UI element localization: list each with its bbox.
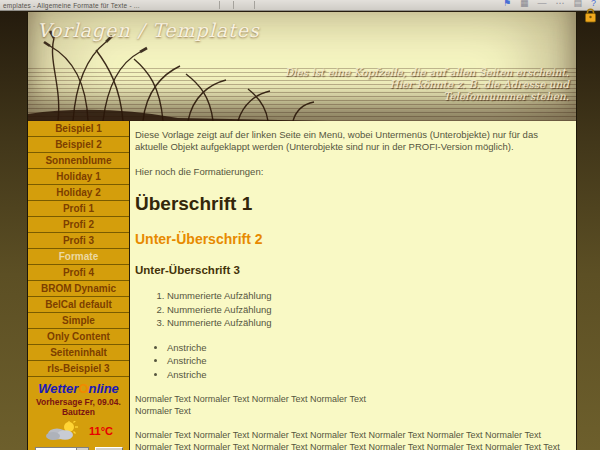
bullet-list-item: Anstriche <box>167 341 566 355</box>
screenshot-root: { "browser": { "tab_title": "emplates - … <box>0 0 600 450</box>
tab-divider <box>219 1 220 9</box>
sidebar-item-only-content[interactable]: Only Content <box>28 329 129 345</box>
website-template: Vorlagen / Templates Dies ist eine Kopfz… <box>27 12 577 450</box>
numbered-list-item: Nummerierte Aufzählung <box>167 303 566 317</box>
wetteronline-logo[interactable]: WetterOnline <box>28 382 129 395</box>
bullet-list: Anstriche Anstriche Anstriche <box>135 341 566 382</box>
sidebar-item-beispiel-1[interactable]: Beispiel 1 <box>28 121 129 137</box>
bookmark-flag-icon[interactable]: ⚑ <box>503 0 511 9</box>
sidebar-item-profi-3[interactable]: Profi 3 <box>28 233 129 249</box>
browser-tab-title[interactable]: emplates - Allgemeine Formate für Texte … <box>3 0 140 10</box>
browser-bar: emplates - Allgemeine Formate für Texte … <box>0 0 600 11</box>
minimize-icon[interactable]: — <box>537 0 546 9</box>
numbered-list: Nummerierte Aufzählung Nummerierte Aufzä… <box>135 289 566 330</box>
sidebar-item-formate[interactable]: Formate <box>28 249 129 265</box>
logo-text-wetter: Wetter <box>38 381 78 396</box>
sidebar-item-belcal-default[interactable]: BelCal default <box>28 297 129 313</box>
forecast-date-label: Vorhersage Fr, 09.04. <box>28 397 129 407</box>
sun-o-icon: O <box>78 381 88 396</box>
intro-paragraph: Diese Vorlage zeigt auf der linken Seite… <box>135 129 566 153</box>
bullet-list-item: Anstriche <box>167 354 566 368</box>
sidebar-item-profi-2[interactable]: Profi 2 <box>28 217 129 233</box>
normal-text-line: Normaler Text <box>135 406 566 418</box>
bullet-list-item: Anstriche <box>167 368 566 382</box>
tagline-line: Dies ist eine Kopfzeile, die auf allen S… <box>285 66 569 78</box>
sidebar-item-brom-dynamic[interactable]: BROM Dynamic <box>28 281 129 297</box>
page-background: Vorlagen / Templates Dies ist eine Kopfz… <box>0 11 600 450</box>
lock-icon[interactable] <box>584 8 597 23</box>
weather-widget: WetterOnline Vorhersage Fr, 09.04. Bautz… <box>28 377 129 450</box>
header-image: Vorlagen / Templates Dies ist eine Kopfz… <box>28 12 576 121</box>
tab-divider <box>233 1 234 9</box>
tagline-line: Telefonnummer stehen. <box>285 90 569 102</box>
normal-text-long-paragraph: Normaler Text Normaler Text Normaler Tex… <box>135 430 566 450</box>
partly-cloudy-icon <box>44 421 80 441</box>
sidebar-item-profi-4[interactable]: Profi 4 <box>28 265 129 281</box>
grid-icon[interactable]: ▦ <box>520 0 529 9</box>
sidebar-item-rls-beispiel-3[interactable]: rls-Beispiel 3 <box>28 361 129 377</box>
sidebar-item-beispiel-2[interactable]: Beispiel 2 <box>28 137 129 153</box>
logo-text-nline: nline <box>89 381 119 396</box>
tab-divider <box>254 1 255 9</box>
weather-condition-row: 11°C <box>28 421 129 441</box>
heading-2: Unter-Überschrift 2 <box>135 231 566 247</box>
forecast-city-label: Bautzen <box>28 407 129 417</box>
sidebar-item-holiday-2[interactable]: Holiday 2 <box>28 185 129 201</box>
numbered-list-item: Nummerierte Aufzählung <box>167 316 566 330</box>
numbered-list-item: Nummerierte Aufzählung <box>167 289 566 303</box>
sidebar-item-holiday-1[interactable]: Holiday 1 <box>28 169 129 185</box>
temperature-value: 11°C <box>89 425 113 437</box>
site-title: Vorlagen / Templates <box>37 19 260 41</box>
browser-toolbar-icons: ⚑ ▦ — ⋯ ▤ ? <box>503 0 596 9</box>
formats-intro-paragraph: Hier noch die Formatierungen: <box>135 166 566 178</box>
page-icon[interactable]: ▤ <box>573 0 582 9</box>
sidebar-item-sonnenblume[interactable]: Sonnenblume <box>28 153 129 169</box>
sidebar-item-seiteninhalt[interactable]: Seiteninhalt <box>28 345 129 361</box>
normal-text-line: Normaler Text Normaler Text Normaler Tex… <box>135 394 566 406</box>
content-area: Diese Vorlage zeigt auf der linken Seite… <box>130 121 576 450</box>
sidebar-item-profi-1[interactable]: Profi 1 <box>28 201 129 217</box>
dots-icon[interactable]: ⋯ <box>555 0 564 9</box>
sidebar-item-simple[interactable]: Simple <box>28 313 129 329</box>
normal-text-paragraph: Normaler Text Normaler Text Normaler Tex… <box>135 394 566 417</box>
heading-1: Überschrift 1 <box>135 193 566 215</box>
sidebar-menu: Beispiel 1 Beispiel 2 Sonnenblume Holida… <box>28 121 130 450</box>
tagline-line: Hier könnte z. B. die Adresse und <box>285 78 569 90</box>
heading-3: Unter-Überschrift 3 <box>135 264 566 276</box>
header-tagline: Dies ist eine Kopfzeile, die auf allen S… <box>285 66 569 102</box>
main-row: Beispiel 1 Beispiel 2 Sonnenblume Holida… <box>28 121 576 450</box>
